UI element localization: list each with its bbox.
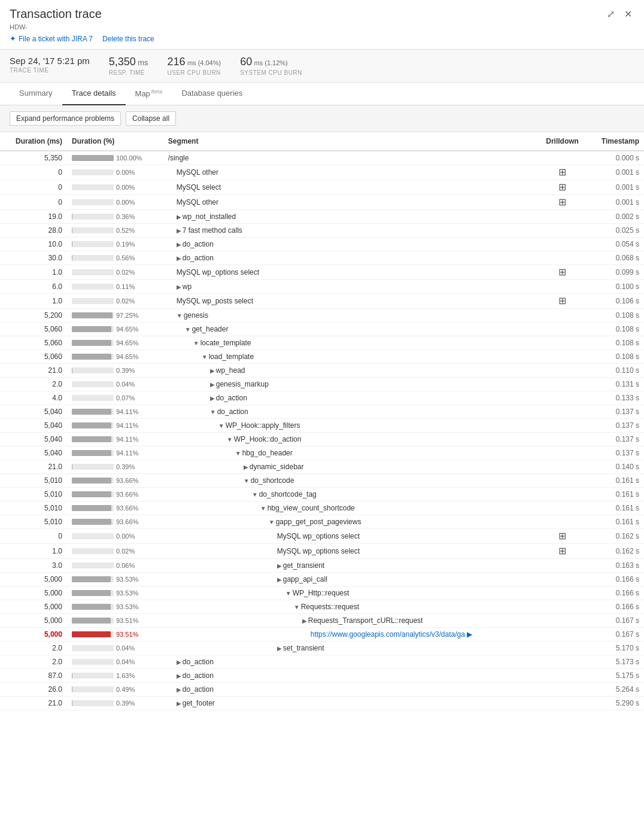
duration-bar-bg [72,312,114,318]
database-icon[interactable]: ⊞ [558,546,567,556]
segment-text: MySQL wp_posts select [177,297,253,305]
delete-trace-link[interactable]: Delete this trace [102,35,154,43]
chevron-down-icon[interactable]: ▼ [177,312,183,319]
chevron-right-icon[interactable]: ▶ [177,255,181,262]
trace-table: Duration (ms) Duration (%) Segment Drill… [0,132,644,710]
duration-pct-text: 0.02% [116,269,143,276]
duration-bar-bg [72,505,114,511]
chevron-down-icon[interactable]: ▼ [218,422,224,429]
segment-text: Requests::request [301,603,359,611]
expand-icon[interactable]: ⤢ [604,7,617,21]
chevron-down-icon[interactable]: ▼ [285,590,291,597]
chevron-right-icon[interactable]: ▶ [210,381,215,388]
cell-drilldown[interactable]: ⊞ [537,529,588,544]
chevron-right-icon[interactable]: ▶ [244,464,248,470]
table-row: 5,350100.00%/single0.000 s [0,151,644,165]
database-icon[interactable]: ⊞ [558,531,567,541]
table-row: 30.00.56%▶ do_action0.068 s [0,251,644,265]
cell-drilldown [537,224,588,238]
duration-bar-bg [72,645,114,651]
cell-drilldown [537,433,588,446]
cell-segment: ▶ gapp_api_call [163,573,537,586]
database-icon[interactable]: ⊞ [558,267,567,277]
chevron-right-icon[interactable]: ▶ [277,645,282,652]
cell-drilldown [537,669,588,683]
chevron-right-icon[interactable]: ▶ [302,618,307,624]
chevron-right-icon[interactable]: ▶ [177,227,181,234]
duration-pct-text: 93.66% [116,491,143,498]
chevron-down-icon[interactable]: ▼ [235,450,241,457]
database-icon[interactable]: ⊞ [558,183,567,192]
cell-drilldown[interactable]: ⊞ [537,265,588,280]
duration-bar-bg [72,326,114,332]
chevron-right-icon[interactable]: ▶ [277,563,282,569]
duration-bar-fill [72,590,111,596]
chevron-right-icon[interactable]: ▶ [210,395,215,402]
cell-drilldown[interactable]: ⊞ [537,544,588,559]
expand-performance-button[interactable]: Expand performance problems [10,111,121,126]
cell-timestamp: 0.163 s [588,559,644,573]
chevron-right-icon[interactable]: ▶ [177,241,181,248]
chevron-right-icon[interactable]: ▶ [177,700,181,707]
cell-duration-pct: 93.66% [67,488,163,501]
cell-drilldown[interactable]: ⊞ [537,195,588,210]
duration-bar-fill [72,326,111,332]
chevron-down-icon[interactable]: ▼ [244,478,250,484]
table-row: 87.01.63%▶ do_action5.175 s [0,669,644,683]
chevron-down-icon[interactable]: ▼ [269,519,275,525]
cell-drilldown[interactable]: ⊞ [537,294,588,309]
cell-timestamp: 0.167 s [588,614,644,628]
chevron-right-icon[interactable]: ▶ [177,284,181,290]
cell-duration-ms: 1.0 [0,294,67,309]
jira-link[interactable]: ✦ File a ticket with JIRA 7 [10,34,93,43]
close-icon[interactable]: ✕ [622,7,634,21]
cell-duration-pct: 0.19% [67,238,163,251]
chevron-down-icon[interactable]: ▼ [252,491,258,498]
duration-bar-fill [72,312,113,318]
segment-text: dynamic_sidebar [250,463,304,471]
external-segment-link[interactable]: https://www.googleapis.com/analytics/v3/… [311,630,472,639]
segment-text: MySQL wp_options select [277,532,360,540]
chevron-down-icon[interactable]: ▼ [294,604,300,610]
trace-table-container: Duration (ms) Duration (%) Segment Drill… [0,132,644,710]
tab-summary[interactable]: Summary [10,83,62,105]
duration-bar-bg [72,604,114,610]
cell-drilldown [537,655,588,669]
chevron-right-icon[interactable]: ▶ [277,576,282,583]
segment-text: 7 fast method calls [183,226,242,235]
segment-text: genesis_markup [216,380,269,388]
cell-drilldown[interactable]: ⊞ [537,165,588,180]
duration-bar-bg [72,673,114,679]
chevron-down-icon[interactable]: ▼ [227,436,233,443]
duration-bar-bg [72,548,114,554]
cell-timestamp: 0.161 s [588,501,644,515]
chevron-down-icon[interactable]: ▼ [210,409,216,415]
database-icon[interactable]: ⊞ [558,168,567,177]
cell-drilldown [537,614,588,628]
chevron-down-icon[interactable]: ▼ [193,340,199,346]
tab-trace-details[interactable]: Trace details [62,83,126,105]
tab-database-queries[interactable]: Database queries [172,83,252,105]
chevron-down-icon[interactable]: ▼ [185,326,191,333]
chevron-right-icon[interactable]: ▶ [177,686,181,693]
cell-drilldown[interactable]: ⊞ [537,180,588,195]
database-icon[interactable]: ⊞ [558,197,567,207]
cell-timestamp: 0.108 s [588,323,644,336]
chevron-right-icon[interactable]: ▶ [177,214,181,220]
chevron-right-icon[interactable]: ▶ [177,673,181,679]
cell-segment: ▶ set_transient [163,642,537,655]
duration-pct-text: 100.00% [116,154,143,162]
tab-map[interactable]: MapBeta [126,83,172,105]
chevron-down-icon[interactable]: ▼ [202,354,208,360]
resp-time-metric: 5,350 ms RESP. TIME [109,56,148,76]
chevron-right-icon[interactable]: ▶ [177,659,181,665]
collapse-all-button[interactable]: Collapse all [126,111,176,126]
database-icon[interactable]: ⊞ [558,296,567,306]
chevron-down-icon[interactable]: ▼ [260,505,266,512]
cell-drilldown [537,210,588,224]
duration-pct-text: 0.49% [116,686,143,693]
cell-segment[interactable]: https://www.googleapis.com/analytics/v3/… [163,628,537,642]
chevron-right-icon[interactable]: ▶ [210,367,215,374]
duration-bar-bg [72,255,114,261]
duration-bar-fill [72,505,111,511]
